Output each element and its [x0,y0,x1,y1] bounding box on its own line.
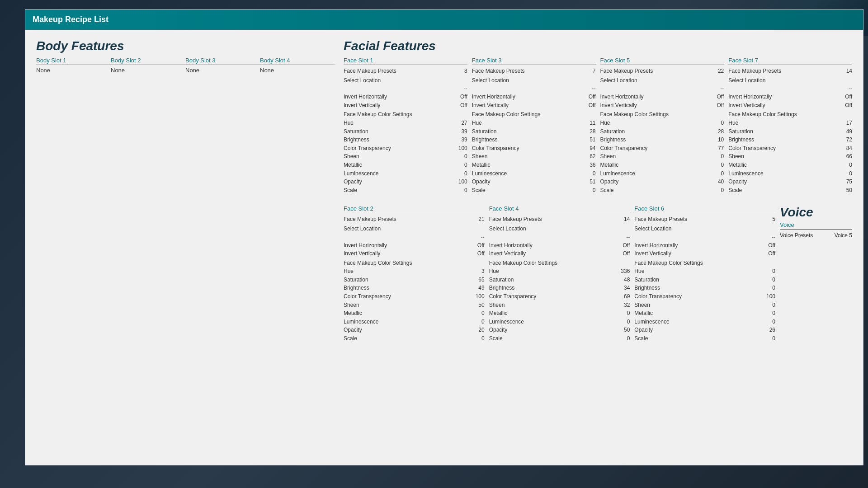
face-slot-3: Face Slot 3 Face Makeup Presets 7 Select… [472,57,596,194]
body-slot-2: Body Slot 2 None [111,57,185,74]
face-slot-4: Face Slot 4 Face Makeup Presets 14 Selec… [489,205,630,343]
face-slot-1-presets-label: Face Makeup Presets [344,67,454,75]
body-slot-4-value: None [260,67,335,74]
body-features-section: Body Features Body Slot 1 None Body Slot… [36,39,344,343]
body-slot-1: Body Slot 1 None [36,57,111,74]
voice-presets-label: Voice Presets [780,231,835,240]
body-slot-3-label: Body Slot 3 [185,57,260,65]
face-slot-1-color-header: Face Makeup Color Settings [344,110,467,119]
face-slot-1-sat: Saturation39 [344,127,467,136]
main-panel: Makeup Recipe List Body Features Body Sl… [25,9,863,465]
face-slot-1-sep: -- [344,84,467,93]
face-slot-3-presets-row: Face Makeup Presets 7 [472,67,596,75]
voice-header: Voice [780,205,852,220]
facial-features-section: Facial Features Face Slot 1 Face Makeup … [344,39,852,343]
face-slot-3-header: Face Slot 3 [472,57,596,65]
face-slot-2: Face Slot 2 Face Makeup Presets 21 Selec… [344,205,485,343]
facial-top-grid: Face Slot 1 Face Makeup Presets 8 Select… [344,57,852,194]
face-slot-1-location: Select Location [344,76,467,85]
facial-bottom-grid: Face Slot 2 Face Makeup Presets 21 Selec… [344,205,852,343]
body-slot-1-value: None [36,67,111,74]
voice-sub-header: Voice [780,221,852,230]
face-slot-1-metallic: Metallic0 [344,161,467,169]
face-slot-1-scale: Scale0 [344,186,467,195]
body-slot-2-value: None [111,67,185,74]
face-slot-1-lum: Luminescence0 [344,169,467,178]
face-slot-1-inv-h: Invert Horizontally Off [344,93,467,101]
body-slot-2-label: Body Slot 2 [111,57,185,65]
face-slot-1: Face Slot 1 Face Makeup Presets 8 Select… [344,57,467,194]
body-slots-container: Body Slot 1 None Body Slot 2 None Body S… [36,57,344,74]
facial-features-header: Facial Features [344,39,852,53]
two-columns-layout: Body Features Body Slot 1 None Body Slot… [36,39,852,343]
face-slot-6: Face Slot 6 Face Makeup Presets 5 Select… [634,205,775,343]
panel-title: Makeup Recipe List [33,15,108,24]
body-features-header: Body Features [36,39,344,53]
face-slot-1-presets-row: Face Makeup Presets 8 [344,67,467,75]
body-slot-1-label: Body Slot 1 [36,57,111,65]
face-slot-5: Face Slot 5 Face Makeup Presets 22 Selec… [600,57,724,194]
face-slot-1-inv-v: Invert Vertically Off [344,101,467,110]
content-area: Body Features Body Slot 1 None Body Slot… [25,30,863,465]
voice-section: Voice Voice Voice Presets Voice 5 [780,205,852,343]
voice-presets-row: Voice Presets Voice 5 [780,231,852,240]
face-slot-7: Face Slot 7 Face Makeup Presets 14 Selec… [728,57,852,194]
title-bar: Makeup Recipe List [25,9,863,30]
body-slot-3-value: None [185,67,260,74]
face-slot-1-hue: Hue27 [344,119,467,127]
face-slot-1-sheen: Sheen0 [344,152,467,161]
voice-presets-value: Voice 5 [835,231,852,240]
body-slot-4: Body Slot 4 None [260,57,335,74]
face-slot-1-opacity: Opacity100 [344,178,467,186]
face-slot-1-ct: Color Transparency100 [344,144,467,153]
body-slot-3: Body Slot 3 None [185,57,260,74]
body-slot-4-label: Body Slot 4 [260,57,335,65]
face-slot-1-bright: Brightness39 [344,136,467,144]
face-slot-1-header: Face Slot 1 [344,57,467,65]
face-slot-1-presets-value: 8 [454,67,467,75]
